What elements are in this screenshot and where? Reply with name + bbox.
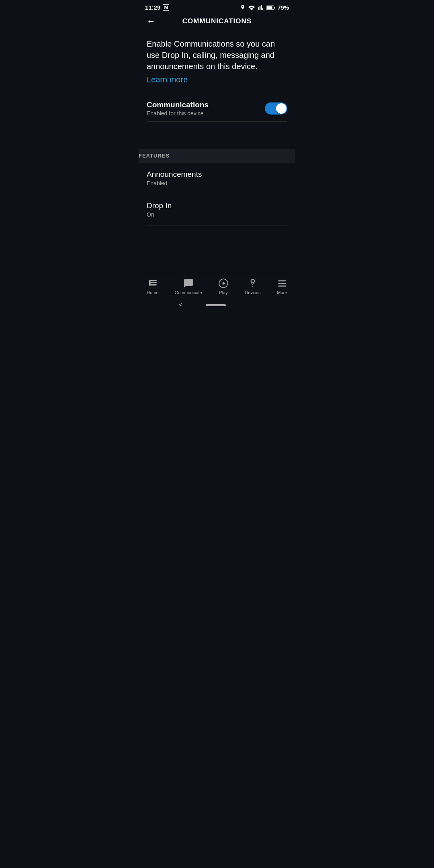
android-nav: < xyxy=(139,298,295,313)
communications-toggle-row: Communications Enabled for this device xyxy=(147,96,287,122)
announcements-label: Announcements xyxy=(147,170,287,179)
signal-icon xyxy=(258,5,264,10)
svg-rect-1 xyxy=(274,6,275,8)
toggle-sublabel: Enabled for this device xyxy=(147,110,209,117)
nav-play[interactable]: Play xyxy=(214,276,233,297)
back-button[interactable]: ← xyxy=(145,14,157,28)
toggle-label: Communications xyxy=(147,100,209,109)
home-label: Home xyxy=(147,290,158,295)
svg-rect-9 xyxy=(278,280,286,281)
battery-percentage: 79% xyxy=(278,4,289,11)
communications-toggle-switch[interactable] xyxy=(265,102,287,115)
battery-icon xyxy=(266,5,275,10)
spacer xyxy=(139,252,295,273)
features-content: Announcements Enabled Drop In On xyxy=(139,163,295,252)
page-title: COMMUNICATIONS xyxy=(182,17,252,25)
drop-in-status: On xyxy=(147,211,287,218)
svg-rect-2 xyxy=(267,6,272,9)
nav-home[interactable]: Home xyxy=(143,276,162,297)
toggle-knob xyxy=(276,103,287,114)
nav-more[interactable]: More xyxy=(273,276,291,297)
status-icons: 79% xyxy=(240,4,289,11)
nav-devices[interactable]: Devices xyxy=(241,276,264,297)
communicate-icon xyxy=(183,278,194,289)
bottom-nav: Home Communicate Play Devices More xyxy=(139,273,295,298)
devices-label: Devices xyxy=(245,290,260,295)
devices-icon xyxy=(248,278,258,289)
drop-in-item[interactable]: Drop In On xyxy=(147,194,287,225)
main-content: Enable Communications so you can use Dro… xyxy=(139,32,295,149)
toggle-text: Communications Enabled for this device xyxy=(147,100,209,117)
nav-communicate[interactable]: Communicate xyxy=(171,276,206,297)
wifi-icon xyxy=(248,5,255,10)
svg-rect-10 xyxy=(278,283,286,284)
announcements-item[interactable]: Announcements Enabled xyxy=(147,163,287,194)
svg-rect-6 xyxy=(149,280,150,285)
learn-more-link[interactable]: Learn more xyxy=(147,75,188,84)
svg-rect-11 xyxy=(278,285,286,287)
description-text: Enable Communications so you can use Dro… xyxy=(147,38,287,72)
location-icon xyxy=(240,4,246,11)
play-icon xyxy=(218,278,229,289)
top-nav: ← COMMUNICATIONS xyxy=(139,13,295,32)
android-back-button[interactable]: < xyxy=(179,301,182,309)
more-label: More xyxy=(277,290,287,295)
drop-in-label: Drop In xyxy=(147,201,287,210)
features-section-header: FEATURES xyxy=(139,149,295,163)
more-icon xyxy=(277,278,287,289)
status-bar: 11:29 M 79% xyxy=(139,0,295,13)
play-label: Play xyxy=(219,290,227,295)
android-home-pill[interactable] xyxy=(206,304,226,306)
communicate-label: Communicate xyxy=(175,290,202,295)
announcements-status: Enabled xyxy=(147,180,287,186)
svg-marker-8 xyxy=(223,282,226,285)
home-icon xyxy=(147,278,158,289)
gmail-icon: M xyxy=(163,4,169,11)
status-time: 11:29 xyxy=(145,4,160,11)
